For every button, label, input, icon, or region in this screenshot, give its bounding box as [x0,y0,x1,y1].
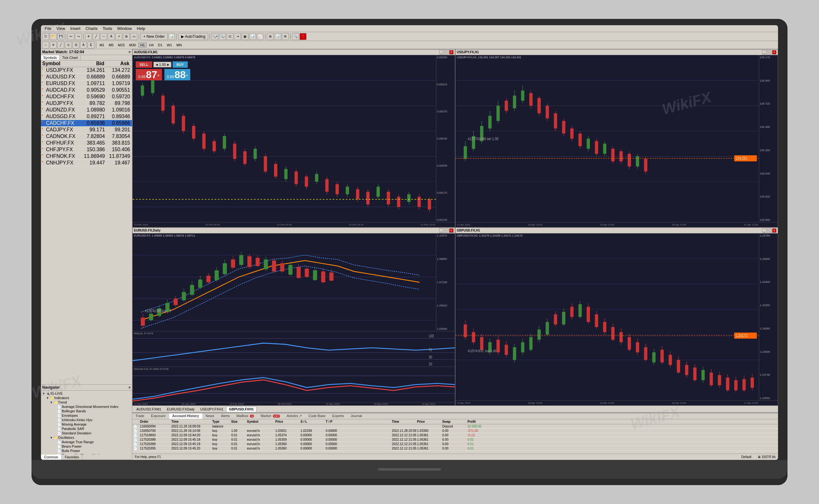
terminal-row-5[interactable]: 📄 117520395 2022.12.09 15:45:20 buy 0.01… [132,446,778,451]
chart-close-usdjpy[interactable]: ✕ [772,50,776,54]
mw-tab-tick-chart[interactable]: Tick Chart [60,55,81,60]
nav-tab-common[interactable]: Common [41,455,62,460]
mw-tab-symbols[interactable]: Symbols [41,55,60,60]
toolbar2-crosshair[interactable]: ✛ [50,42,57,49]
nav-item-sar[interactable]: 📄Parabolic SAR [57,427,131,431]
nav-item-oscillators[interactable]: ▼ 📁 Oscillators [49,435,131,440]
toolbar-btn-zoom-out[interactable]: 🔍- [219,33,226,40]
navigator-close[interactable]: ✕ [128,386,131,389]
toolbar2-indicator[interactable]: A [80,42,87,49]
chart-minimize-gbpusd[interactable]: _ [762,228,766,233]
terminal-row-2[interactable]: 📄 117519893 2022.12.09 15:44:20 buy 0.01… [132,433,778,438]
toolbar-btn-fit[interactable]: ⊡ [226,33,233,40]
chart-body-eurusd[interactable]: EURUSD.FX: 1.09685 1.09934 1.09376 1.097… [133,233,455,331]
nav-item-adx[interactable]: 📄Average Directional Movement Index [57,404,131,409]
toolbar-btn-options[interactable]: ⚙ [282,33,289,40]
chart-minimize-usdjpy[interactable]: _ [762,50,766,54]
laptop-trackpad[interactable] [378,468,441,471]
toolbar-btn-redo[interactable]: ↪ [75,33,82,40]
tab-exposure[interactable]: Exposure [148,413,169,419]
buy-button-audusd[interactable]: BUY [173,61,187,68]
chart-maximize-audusd[interactable]: □ [444,50,449,54]
toolbar-btn-undo[interactable]: ↩ [67,33,74,40]
tab-alerts[interactable]: Alerts [218,413,233,419]
toolbar2-line[interactable]: ╱ [57,42,64,49]
chart-minimize-eurusd[interactable]: _ [439,228,444,233]
new-order-button[interactable]: + New Order [140,33,168,40]
toolbar-btn-alert[interactable]: ! [300,33,306,40]
menu-help[interactable]: Help [134,26,148,31]
mw-row-9[interactable]: ● CADJPY.FX 99.171 99.201 [41,127,132,133]
toolbar-btn-search[interactable]: 🔍 [292,33,299,40]
chart-close-audusd[interactable]: ✕ [449,50,454,54]
mw-row-12[interactable]: ● CHFJPY.FX 150.386 150.406 [41,146,132,153]
chart-minimize-audusd[interactable]: _ [439,50,444,54]
chart-body-gbpusd[interactable]: GBPUSD.FX,H1: 1.24175 1.24196 1.24171 1.… [455,233,778,400]
tab-articles[interactable]: Articles ↗ [283,413,305,419]
chart-maximize-usdjpy[interactable]: □ [767,50,771,54]
menu-file[interactable]: File [42,26,54,31]
tab-account-history[interactable]: Account History [169,413,203,419]
chart-tab-usdjpy[interactable]: USDJPY.FXH1 [198,406,226,412]
toolbar-btn-volumes[interactable]: 📊 [274,33,281,40]
toolbar-btn-arrow[interactable]: ↗ [115,33,122,40]
menu-view[interactable]: View [54,26,68,31]
toolbar-btn-new[interactable]: 🗋 [42,33,49,40]
nav-item-root[interactable]: ▼ 🔌 IG-LIVE [42,391,131,396]
chart-maximize-gbpusd[interactable]: □ [767,228,771,233]
menu-insert[interactable]: Insert [68,26,83,31]
nav-item-ma[interactable]: 📄Moving Average [57,422,131,427]
toolbar-btn-hline[interactable]: ─ [100,33,107,40]
tf-m1[interactable]: M1 [98,43,106,48]
toolbar2-period[interactable]: ⊙ [65,42,72,49]
nav-item-bb[interactable]: 📄Bollinger Bands [57,409,131,413]
toolbar-btn-line[interactable]: ╱ [93,33,100,40]
mw-row-3[interactable]: ● AUDCAD.FX 0.90529 0.90551 [41,87,132,94]
menu-window[interactable]: Window [115,26,134,31]
tf-m15[interactable]: M15 [116,43,127,48]
tf-w1[interactable]: W1 [165,43,174,48]
lot-up-audusd[interactable]: ► [166,63,170,66]
mw-row-11[interactable]: ● CHFHUF.FX 383.465 383.815 [41,140,132,146]
mw-row-13[interactable]: ● CHFNOK.FX 11.86949 11.87349 [41,153,132,160]
menu-charts[interactable]: Charts [83,26,100,31]
mw-row-2[interactable]: ● EURUSD.FX 1.09711 1.09719 [41,80,132,87]
tab-experts[interactable]: Experts [329,413,347,419]
mw-row-7[interactable]: ● AUDSGD.FX 0.89271 0.89346 [41,113,132,120]
toolbar-btn-save[interactable]: 💾 [57,33,64,40]
chart-close-gbpusd[interactable]: ✕ [772,228,776,233]
tab-mailbox[interactable]: Mailbox 1 [233,413,257,419]
nav-item-bears[interactable]: 📄Bears Power [57,444,131,449]
terminal-row-4[interactable]: 📄 117520389 2022.12.09 15:45:19 buy 0.01… [132,442,778,446]
tab-market[interactable]: Market 117 [257,413,283,419]
tf-d1[interactable]: D1 [156,43,164,48]
chart-body-usdjpy[interactable]: USDJPY.FX,H1: 134.281 134.287 134.253 13… [455,55,778,222]
mw-row-1[interactable]: ● AUDUSD.FX 0.66889 0.66889 [41,74,132,80]
menu-tools[interactable]: Tools [100,26,115,31]
toolbar-btn-chart-type-bar[interactable]: ▦ [242,33,249,40]
nav-item-std[interactable]: 📄Standard Deviation [57,431,131,435]
chart-tab-gbpusd[interactable]: GBPUSD.FXH1 [226,406,256,412]
toolbar2-arrows[interactable]: ↔ [42,42,49,49]
toolbar2-expert[interactable]: E [88,42,95,49]
nav-item-indicators[interactable]: ▼ 📁 Indicators [45,396,131,400]
toolbar-btn-scroll-end[interactable]: ⇥ [234,33,241,40]
terminal-row-3[interactable]: 📄 117520388 2022.12.09 15:45:18 buy 0.01… [132,438,778,442]
tab-codebase[interactable]: Code Base [305,413,329,419]
toolbar-btn-fib[interactable]: ⊞ [123,33,130,40]
mw-row-4[interactable]: ● AUDCHF.FX 0.59690 0.59720 [41,94,132,100]
toolbar-btn-text[interactable]: A [108,33,115,40]
lot-down-audusd[interactable]: ◄ [155,63,158,66]
toolbar-btn-chart-type-candle[interactable]: 📊 [249,33,256,40]
market-watch-close[interactable]: ✕ [128,50,131,54]
toolbar-btn-rect[interactable]: ▭ [130,33,137,40]
mw-row-0[interactable]: ● USDJPY.FX 134.261 134.272 [41,67,132,74]
chart-tab-eurusd[interactable]: EURUSD.FXDaily [164,406,198,412]
tf-mn[interactable]: MN [175,43,184,48]
toolbar-btn-open[interactable]: 📂 [50,33,57,40]
chart-close-eurusd[interactable]: ✕ [449,228,454,233]
nav-item-trend[interactable]: ▼ 📁 Trend [49,400,131,404]
mw-row-6[interactable]: ● AUDNZD.FX 1.08980 1.09016 [41,107,132,113]
nav-item-atr[interactable]: 📄Average True Range [57,440,131,444]
terminal-row-0[interactable]: 📄 116650094 2022.11.28 16:09:59 balance … [132,424,778,429]
